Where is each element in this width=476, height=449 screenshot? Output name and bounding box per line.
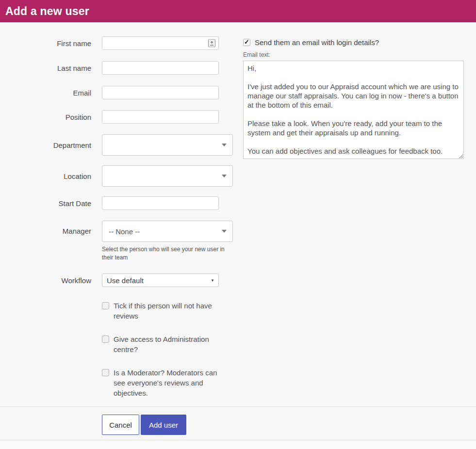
send-email-row: Send them an email with login details?	[243, 38, 476, 47]
department-select[interactable]	[102, 134, 233, 156]
manager-label: Manager	[0, 221, 102, 242]
email-label: Email	[0, 89, 102, 97]
email-text-label: Email text:	[243, 51, 476, 58]
manager-select[interactable]: -- None --	[102, 221, 233, 242]
chevron-down-icon	[222, 175, 227, 177]
location-row: Location	[0, 165, 233, 187]
admin-access-label[interactable]: Give access to Administration centre?	[114, 334, 230, 354]
moderator-row: Is a Moderator? Moderators can see every…	[102, 368, 233, 398]
first-name-row: First name	[0, 36, 233, 50]
chevron-down-icon: ▼	[211, 278, 214, 283]
start-date-input[interactable]	[102, 196, 219, 210]
moderator-checkbox[interactable]	[102, 369, 109, 376]
email-body-textarea[interactable]: Hi, I've just added you to our Appraisd …	[243, 61, 464, 159]
first-name-input[interactable]	[102, 36, 219, 50]
position-row: Position	[0, 110, 233, 124]
start-date-row: Start Date	[0, 196, 233, 210]
location-select[interactable]	[102, 165, 233, 187]
start-date-label: Start Date	[0, 199, 102, 208]
chevron-down-icon	[222, 230, 227, 233]
send-email-label[interactable]: Send them an email with login details?	[255, 38, 379, 47]
workflow-select[interactable]: Use default ▼	[102, 273, 219, 287]
last-name-row: Last name	[0, 61, 233, 75]
page-header: Add a new user	[0, 0, 476, 22]
email-section: Send them an email with login details? E…	[233, 36, 476, 406]
add-user-button[interactable]: Add user	[141, 415, 186, 435]
manager-row: Manager -- None -- Select the person who…	[0, 221, 233, 262]
autofill-contact-icon[interactable]	[208, 39, 215, 48]
workflow-select-value: Use default	[107, 276, 144, 285]
chevron-down-icon	[222, 144, 227, 146]
department-row: Department	[0, 134, 233, 156]
moderator-label[interactable]: Is a Moderator? Moderators can see every…	[114, 368, 230, 398]
email-field[interactable]	[102, 86, 219, 99]
cancel-button[interactable]: Cancel	[102, 415, 139, 435]
form-left-column: First name Last name Email	[0, 36, 233, 406]
no-reviews-checkbox[interactable]	[102, 302, 109, 309]
first-name-label: First name	[0, 39, 102, 48]
admin-access-checkbox[interactable]	[102, 336, 109, 343]
admin-access-row: Give access to Administration centre?	[102, 334, 233, 354]
last-name-label: Last name	[0, 64, 102, 72]
form-footer: Cancel Add user	[0, 406, 476, 440]
department-label: Department	[0, 141, 102, 149]
add-user-form: First name Last name Email	[0, 22, 476, 406]
email-row: Email	[0, 86, 233, 99]
position-label: Position	[0, 113, 102, 121]
no-reviews-label[interactable]: Tick if this person will not have review…	[114, 301, 230, 321]
position-input[interactable]	[102, 110, 219, 124]
workflow-row: Workflow Use default ▼	[0, 273, 233, 287]
page-title: Add a new user	[5, 5, 89, 18]
send-email-checkbox[interactable]	[243, 39, 250, 46]
location-label: Location	[0, 172, 102, 180]
last-name-input[interactable]	[102, 61, 219, 75]
no-reviews-row: Tick if this person will not have review…	[102, 301, 233, 321]
manager-select-value: -- None --	[109, 227, 140, 236]
manager-help-text: Select the person who will see your new …	[102, 245, 234, 262]
workflow-label: Workflow	[0, 276, 102, 285]
